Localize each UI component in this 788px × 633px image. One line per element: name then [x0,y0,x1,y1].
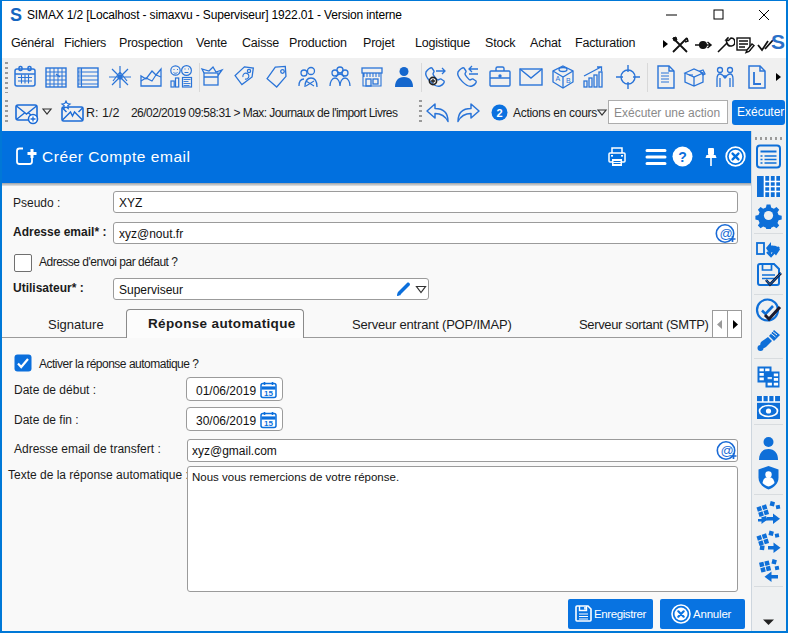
svg-text:2: 2 [497,107,503,119]
svg-text:A: A [556,75,561,82]
svg-text:B: B [566,77,571,84]
svg-text:15: 15 [264,389,273,398]
svg-text:?: ? [678,149,687,165]
svg-text:S: S [10,6,22,23]
svg-text:15: 15 [264,419,273,428]
